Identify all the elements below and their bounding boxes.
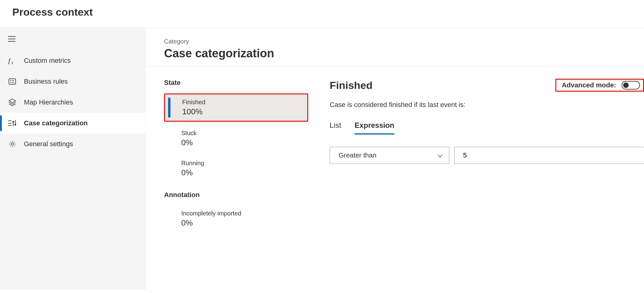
sidebar: fx Custom metrics Business rules Map Hie…	[0, 28, 146, 290]
tab-expression[interactable]: Expression	[355, 121, 394, 135]
sidebar-item-label: Case categorization	[24, 119, 88, 127]
state-name: Running	[181, 160, 302, 167]
operator-select[interactable]: Greater than	[330, 147, 449, 164]
rules-icon	[8, 77, 17, 86]
categorization-icon	[8, 119, 17, 127]
advanced-mode-toggle[interactable]	[622, 81, 640, 89]
page-title: Process context	[12, 6, 632, 18]
sidebar-item-map-hierarchies[interactable]: Map Hierarchies	[0, 92, 145, 113]
sidebar-item-label: Business rules	[24, 78, 68, 86]
svg-point-8	[10, 82, 11, 83]
sidebar-item-label: Custom metrics	[24, 57, 71, 65]
gear-icon	[8, 140, 17, 148]
page-header: Process context	[0, 0, 644, 28]
divider	[146, 66, 644, 67]
tab-list[interactable]: List	[330, 121, 341, 135]
state-item-stuck[interactable]: Stuck 0%	[164, 125, 308, 152]
sidebar-item-label: Map Hierarchies	[24, 98, 73, 106]
sidebar-item-general-settings[interactable]: General settings	[0, 134, 145, 154]
hamburger-icon	[8, 36, 137, 42]
svg-point-16	[11, 143, 13, 145]
svg-text:x: x	[11, 60, 13, 65]
svg-rect-5	[9, 79, 16, 84]
svg-point-6	[10, 80, 11, 81]
detail-title: Finished	[330, 79, 373, 91]
annotation-section-label: Annotation	[164, 191, 308, 199]
detail-tabs: List Expression	[330, 121, 644, 135]
annotation-item-incompletely-imported[interactable]: Incompletely imported 0%	[164, 206, 308, 232]
category-label: Category	[164, 38, 644, 45]
state-name: Stuck	[181, 130, 302, 137]
sidebar-item-business-rules[interactable]: Business rules	[0, 71, 145, 92]
svg-text:f: f	[8, 57, 11, 64]
chevron-down-icon	[437, 151, 443, 159]
svg-marker-10	[9, 99, 16, 103]
layers-icon	[8, 98, 17, 107]
state-value: 0%	[181, 168, 302, 177]
detail-description: Case is considered finished if its last …	[330, 101, 644, 109]
advanced-mode-control: Advanced mode:	[555, 79, 644, 92]
annotation-value: 0%	[181, 218, 302, 228]
state-section-label: State	[164, 79, 308, 87]
state-item-running[interactable]: Running 0%	[164, 155, 308, 182]
category-title: Case categorization	[164, 47, 644, 60]
sidebar-item-case-categorization[interactable]: Case categorization	[0, 113, 145, 134]
main-content: Category Case categorization State Finis…	[146, 28, 644, 290]
state-value: 100%	[182, 107, 301, 116]
state-value: 0%	[181, 138, 302, 147]
state-name: Finished	[182, 99, 301, 106]
operator-value: Greater than	[339, 151, 377, 159]
value-input[interactable]	[454, 147, 644, 164]
state-item-finished[interactable]: Finished 100%	[164, 93, 308, 122]
menu-toggle-button[interactable]	[0, 33, 145, 50]
advanced-mode-label: Advanced mode:	[562, 81, 616, 89]
sidebar-item-custom-metrics[interactable]: fx Custom metrics	[0, 50, 145, 71]
fx-icon: fx	[8, 56, 17, 65]
annotation-name: Incompletely imported	[181, 210, 302, 217]
sidebar-item-label: General settings	[24, 140, 73, 148]
